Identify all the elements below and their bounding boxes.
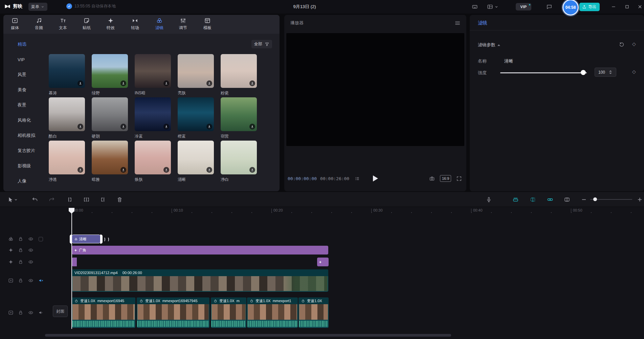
download-icon[interactable]	[120, 167, 126, 173]
filter-params-section[interactable]: 滤镜参数	[478, 42, 500, 48]
download-icon[interactable]	[249, 167, 255, 173]
filter-item[interactable]: 亮肤	[178, 54, 214, 96]
window-close-button[interactable]	[636, 3, 644, 10]
aspect-ratio-button[interactable]: 16:9	[440, 175, 451, 182]
zoom-in-button[interactable]	[635, 195, 644, 204]
download-icon[interactable]	[120, 124, 126, 129]
strength-stepper[interactable]	[609, 70, 612, 74]
download-icon[interactable]	[249, 124, 255, 129]
category-retro-film[interactable]: 复古胶片	[18, 147, 49, 154]
download-icon[interactable]	[163, 80, 169, 86]
countdown-timer-badge[interactable]: 04:58	[562, 0, 579, 16]
record-mic-button[interactable]	[484, 195, 493, 204]
category-food[interactable]: 美食	[18, 86, 49, 94]
stepper-up-icon[interactable]	[609, 70, 612, 72]
video-audio-clip[interactable]: 变速1.0Xmmexport16945	[72, 297, 135, 328]
tab-filter[interactable]: 滤镜	[150, 17, 169, 31]
player-menu-icon[interactable]	[454, 20, 461, 26]
strength-keyframe-icon[interactable]: ◇	[632, 69, 636, 74]
filter-item[interactable]: 清晰	[178, 141, 214, 183]
frame-list-icon[interactable]	[353, 175, 361, 182]
tab-text[interactable]: 文本	[53, 17, 72, 31]
download-icon[interactable]	[249, 80, 255, 86]
download-icon[interactable]	[77, 80, 83, 86]
eye-icon[interactable]	[28, 236, 34, 242]
download-icon[interactable]	[206, 167, 212, 173]
category-landscape[interactable]: 风景	[18, 71, 49, 78]
shortcut-keyboard-button[interactable]	[471, 3, 479, 10]
fullscreen-icon[interactable]	[455, 175, 463, 182]
filter-item[interactable]: 绿野	[92, 54, 128, 96]
category-stylized[interactable]: 风格化	[18, 117, 49, 124]
stepper-down-icon[interactable]	[609, 73, 612, 74]
tab-audio[interactable]: 音频	[29, 17, 48, 31]
lock-icon[interactable]	[18, 247, 23, 253]
filter-item[interactable]: 冷蓝	[135, 97, 171, 139]
snapshot-icon[interactable]	[428, 175, 436, 182]
playhead-line[interactable]	[71, 208, 72, 329]
video-audio-clip[interactable]: 变速1.0Xmmexport1	[247, 297, 298, 328]
lock-icon[interactable]	[18, 236, 23, 242]
main-track-magnet-toggle[interactable]	[511, 195, 520, 204]
tab-sticker[interactable]: 贴纸	[77, 17, 96, 31]
eye-icon[interactable]	[28, 259, 34, 265]
lock-icon[interactable]	[18, 278, 23, 283]
zoom-slider-knob[interactable]	[593, 197, 597, 201]
menu-button[interactable]: 菜单	[28, 3, 47, 11]
export-button[interactable]: 导出	[579, 3, 600, 11]
category-camera-sim[interactable]: 相机模拟	[18, 132, 49, 139]
lock-icon[interactable]	[18, 310, 23, 315]
strength-slider-track[interactable]	[500, 72, 587, 73]
category-night[interactable]: 夜景	[18, 101, 49, 109]
split-right-button[interactable]	[99, 195, 108, 204]
download-icon[interactable]	[206, 124, 212, 129]
download-icon[interactable]	[120, 80, 126, 86]
filter-item[interactable]: 暗雅	[92, 141, 128, 183]
window-minimize-button[interactable]	[609, 3, 618, 10]
filter-clip-selected[interactable]: 清晰	[72, 235, 101, 243]
filter-item[interactable]: 酷白	[49, 97, 85, 139]
download-icon[interactable]	[163, 167, 169, 173]
category-vip[interactable]: VIP	[18, 56, 49, 63]
tab-media[interactable]: 媒体	[5, 17, 24, 31]
effect-clip-fragment[interactable]	[317, 258, 329, 266]
filter-item[interactable]: 净白	[221, 141, 257, 183]
speaker-icon[interactable]	[38, 310, 44, 315]
redo-button[interactable]	[47, 195, 56, 204]
mute-speaker-icon[interactable]	[38, 278, 44, 283]
lock-icon[interactable]	[18, 259, 23, 265]
category-cinematic[interactable]: 影视级	[18, 162, 49, 170]
linkage-toggle[interactable]	[546, 195, 554, 204]
clip-fade-handle[interactable]	[102, 237, 105, 242]
tab-template[interactable]: 模板	[198, 17, 217, 31]
tab-adjust[interactable]: 调节	[174, 17, 193, 31]
split-both-button[interactable]	[82, 195, 91, 204]
clip-fade-handle[interactable]	[106, 237, 109, 242]
zoom-out-button[interactable]	[579, 195, 588, 204]
video-audio-clip[interactable]: 变速1.0X	[298, 297, 329, 328]
download-icon[interactable]	[163, 124, 169, 129]
preview-axis-toggle[interactable]	[562, 195, 571, 204]
filter-item[interactable]: 焕肤	[135, 141, 171, 183]
delete-button[interactable]	[115, 195, 124, 204]
filter-item[interactable]: 粉瓷	[221, 54, 257, 96]
tab-transition[interactable]: 转场	[126, 17, 145, 31]
layout-switch-button[interactable]	[486, 3, 494, 10]
cover-button[interactable]: 封面	[53, 306, 68, 317]
tab-effects[interactable]: 特效	[101, 17, 120, 31]
split-button[interactable]	[65, 195, 73, 204]
reset-icon[interactable]	[619, 41, 625, 47]
select-tool-caret-icon[interactable]	[14, 195, 18, 204]
eye-icon[interactable]	[28, 310, 34, 315]
filter-item[interactable]: INS暗	[135, 54, 171, 96]
category-portrait[interactable]: 人像	[18, 177, 49, 185]
download-icon[interactable]	[77, 124, 83, 129]
filter-item[interactable]: 橙蓝	[178, 97, 214, 139]
video-audio-clip[interactable]: 变速1.0Xmmexport169457945	[137, 297, 209, 328]
horizontal-scrollbar[interactable]	[45, 334, 451, 337]
vip-badge[interactable]: VIP	[516, 3, 531, 10]
keyframe-diamond-icon[interactable]: ◇	[632, 41, 636, 47]
download-icon[interactable]	[77, 167, 83, 173]
video-audio-clip[interactable]: 变速1.0Xm	[211, 297, 246, 328]
filter-item[interactable]: 暮涛	[49, 54, 85, 96]
